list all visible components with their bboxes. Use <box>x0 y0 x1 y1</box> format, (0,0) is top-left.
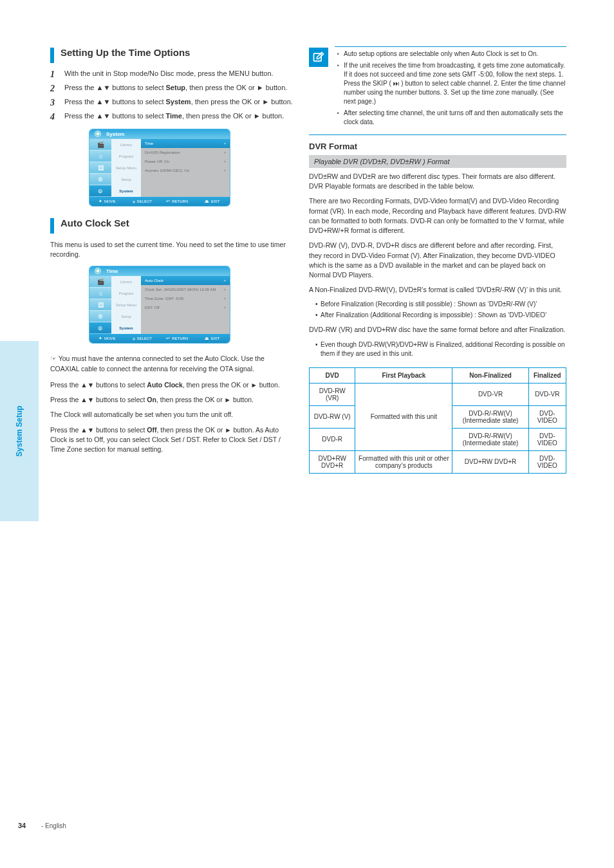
chevron-right-icon: > <box>223 303 226 312</box>
osd-row: Power Off: On> <box>141 157 230 166</box>
option: Off <box>147 426 156 434</box>
hint-label: EXIT <box>211 337 219 340</box>
tab-setup-icon: ⚙ <box>89 311 111 322</box>
th: Non-Finalized <box>452 367 528 383</box>
row-value: : On <box>182 169 189 172</box>
antenna-note: You must have the antenna connected to s… <box>50 355 265 372</box>
section-heading-time-options: Setting Up the Time Options <box>50 46 295 63</box>
row-label: Clock Set <box>145 288 162 291</box>
format-table: DVD First Playback Non-Finalized Finaliz… <box>309 367 566 474</box>
tab-system-icon: ⊚ <box>89 185 111 197</box>
osd-tabs: 🎬 ♫ 🖼 ⚙ ⊚ <box>89 139 111 197</box>
osd-time-menu: Time 🎬 ♫ 🖼 ⚙ ⊚ Library Program Setup Men… <box>89 266 230 344</box>
heading-dvr-format: DVR Format <box>309 142 566 151</box>
osd-title-text: Time <box>106 268 118 274</box>
move-icon: ✦ <box>98 199 102 204</box>
osd-row-selected: Auto Clock> <box>141 276 230 285</box>
side-tab-label: System Setup <box>15 405 24 456</box>
t: , then press the OK or ► button. <box>183 381 280 389</box>
lbl: Library <box>111 276 141 288</box>
row-value: : JAN/01/2007 (MON) 12:00 AM <box>162 288 216 291</box>
menu-item: Auto Clock <box>147 381 182 389</box>
step-on: Press the ▲▼ buttons to select On, then … <box>50 395 295 405</box>
hint-label: RETURN <box>172 199 188 203</box>
section-heading-auto-clock: Auto Clock Set <box>50 217 295 234</box>
table-row: DVD-RW (VR) Formatted with this unit DVD… <box>310 383 566 405</box>
chevron-right-icon: > <box>223 157 226 166</box>
note-box: Auto setup options are selectable only w… <box>309 46 566 135</box>
osd-row: Time Zone: GMT -5:00> <box>141 294 230 303</box>
tab-library-icon: 🎬 <box>89 139 111 151</box>
step-number: 2 <box>50 84 62 94</box>
exit-icon: ⏏ <box>205 336 209 341</box>
list-item: After Finalization (Additional Recording… <box>315 311 566 320</box>
td: DVD+RW DVD+R <box>310 450 355 473</box>
move-icon: ✦ <box>98 336 102 341</box>
hint-label: RETURN <box>172 337 188 340</box>
t: , then press the OK or ► button. <box>191 98 293 106</box>
tab-music-icon: ♫ <box>89 288 111 299</box>
list-item: Even though DVD-RW(VR)/DVD+RW is Finaliz… <box>315 340 566 358</box>
tab-photo-icon: 🖼 <box>89 299 111 311</box>
note-item: After selecting time channel, the unit t… <box>337 109 566 127</box>
heading-text: Setting Up the Time Options <box>60 46 190 59</box>
step-text: Press the ▲▼ buttons to select System, t… <box>64 98 293 108</box>
row-label: Time Zone <box>145 297 163 300</box>
select-icon: ⎆ <box>133 199 135 204</box>
td: DVD-VIDEO <box>528 450 566 473</box>
tab-system-icon: ⊚ <box>89 322 111 334</box>
lbl-selected: System <box>111 185 141 197</box>
td: Formatted with this unit or other compan… <box>355 450 452 473</box>
lbl: Setup Menu <box>111 162 141 174</box>
lbl: Library <box>111 139 141 151</box>
dvr-p4: DVD-RW (VR) and DVD+RW disc have the sam… <box>309 325 566 335</box>
row-value: : Off <box>152 306 159 309</box>
osd-tab-labels: Library Program Setup Menu Setup System <box>111 276 141 334</box>
page-footer: - English <box>41 822 66 829</box>
tab-setup-icon: ⚙ <box>89 174 111 185</box>
dvr-list-2: Even though DVD-RW(VR)/DVD+RW is Finaliz… <box>309 340 566 358</box>
menu-item: Time <box>166 112 182 120</box>
hint-move: ✦MOVE <box>89 334 125 343</box>
osd-tab-labels: Library Program Setup Menu Setup System <box>111 139 141 197</box>
t: Press the ▲▼ buttons to select <box>50 381 147 389</box>
hint-label: MOVE <box>104 199 116 203</box>
auto-clock-intro: This menu is used to set the current tim… <box>50 240 295 259</box>
chevron-right-icon: > <box>223 139 226 148</box>
row-label: Anynet+ (HDMI-CEC) <box>145 169 182 172</box>
lbl: Program <box>111 288 141 299</box>
step-off: Press the ▲▼ buttons to select Off, then… <box>50 425 295 455</box>
menu-item: Setup <box>166 84 186 91</box>
hint-label: SELECT <box>137 199 152 203</box>
hint-label: MOVE <box>104 337 116 340</box>
return-icon: ↩ <box>166 336 170 341</box>
td: DVD-VR <box>452 383 528 405</box>
heading-bar <box>50 218 54 234</box>
step-text: Press the ▲▼ buttons to select Time, the… <box>64 112 284 122</box>
row-label: DivX(R) Registration <box>145 148 180 157</box>
row-value: : GMT -5:00 <box>163 297 183 300</box>
td: DVD-R <box>310 428 355 450</box>
t: , then press the OK or ► button. <box>185 84 287 91</box>
th: DVD <box>310 367 355 383</box>
t: Press the ▲▼ buttons to select <box>50 426 147 434</box>
tab-library-icon: 🎬 <box>89 276 111 288</box>
page-number: 34 <box>18 822 26 829</box>
option: On <box>147 396 156 403</box>
td: DVD-RW (VR) <box>310 383 355 405</box>
t: Press the ▲▼ buttons to select <box>64 84 166 91</box>
chevron-right-icon: > <box>223 294 226 303</box>
table-row: DVD First Playback Non-Finalized Finaliz… <box>310 367 566 383</box>
step-3: 3 Press the ▲▼ buttons to select System,… <box>50 98 295 108</box>
side-tab: System Setup <box>0 341 39 521</box>
osd-row: Clock Set: JAN/01/2007 (MON) 12:00 AM> <box>141 285 230 294</box>
chevron-right-icon: > <box>223 285 226 294</box>
return-icon: ↩ <box>166 199 170 204</box>
td: DVD-VIDEO <box>528 428 566 450</box>
osd-footer: ✦MOVE ⎆SELECT ↩RETURN ⏏EXIT <box>89 197 230 206</box>
row-value: : On <box>162 160 169 163</box>
select-icon: ⎆ <box>133 337 135 341</box>
hint-exit: ⏏EXIT <box>195 197 230 206</box>
dvr-p3: DVD-RW (V), DVD-R, DVD+R discs are diffe… <box>309 241 566 280</box>
note-content: Auto setup options are selectable only w… <box>335 46 566 129</box>
